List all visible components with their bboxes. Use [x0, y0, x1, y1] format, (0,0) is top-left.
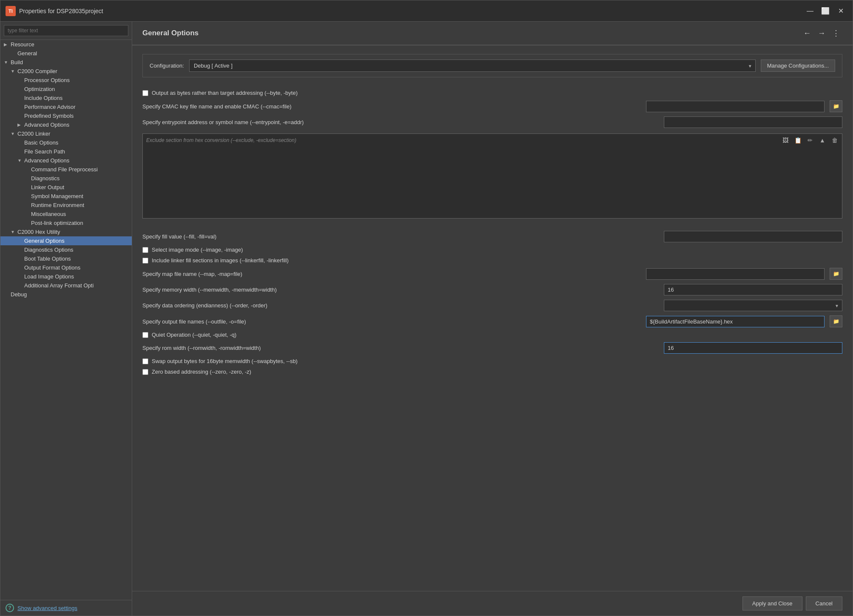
- sidebar-item-label-general-options: General Options: [24, 238, 65, 244]
- minimize-button[interactable]: —: [803, 6, 817, 16]
- tree-arrow-c2000-compiler: [11, 69, 17, 74]
- show-advanced-link[interactable]: Show advanced settings: [17, 605, 77, 611]
- exclude-up-button[interactable]: ▲: [817, 136, 828, 145]
- fill-value-row: Specify fill value (--fill, -fill=val): [142, 229, 842, 244]
- sidebar-item-c2000-linker[interactable]: C2000 Linker: [0, 129, 132, 138]
- sidebar-item-basic-options[interactable]: Basic Options: [0, 138, 132, 147]
- sidebar-item-symbol-management[interactable]: Symbol Management: [0, 192, 132, 201]
- exclude-placeholder: Exclude section from hex conversion (--e…: [146, 137, 296, 143]
- tree-arrow-c2000-linker: [11, 131, 17, 136]
- panel-title: General Options: [142, 29, 198, 37]
- sidebar-item-label-include-options: Include Options: [24, 95, 62, 101]
- output-file-browse-button[interactable]: 📁: [830, 315, 842, 327]
- include-linker-checkbox[interactable]: [142, 258, 148, 264]
- zero-based-checkbox[interactable]: [142, 369, 148, 375]
- sidebar-item-label-basic-options: Basic Options: [24, 139, 58, 146]
- sidebar-item-diagnostics[interactable]: Diagnostics: [0, 174, 132, 183]
- swap-bytes-checkbox[interactable]: [142, 358, 148, 364]
- entrypoint-input[interactable]: [664, 116, 842, 128]
- memory-width-row: Specify memory width (--memwidth, -memwi…: [142, 282, 842, 298]
- sidebar-item-load-image-options[interactable]: Load Image Options: [0, 272, 132, 281]
- cmac-input[interactable]: [646, 101, 825, 112]
- sidebar-item-runtime-environment[interactable]: Runtime Environment: [0, 201, 132, 210]
- sidebar-item-predefined-symbols[interactable]: Predefined Symbols: [0, 111, 132, 120]
- tree-arrow-advanced-options-linker: [17, 158, 24, 163]
- config-label: Configuration:: [150, 62, 184, 69]
- data-ordering-label: Specify data ordering (endianness) (--or…: [142, 302, 659, 309]
- sidebar-item-diagnostics-options[interactable]: Diagnostics Options: [0, 245, 132, 254]
- exclude-copy-button[interactable]: 📋: [792, 136, 803, 145]
- rom-width-input[interactable]: [664, 342, 842, 354]
- map-file-row: Specify map file name (--map, -map=file)…: [142, 266, 842, 282]
- config-select-wrap: Debug [ Active ]: [189, 60, 756, 72]
- nav-back-button[interactable]: ←: [801, 28, 813, 39]
- sidebar-item-file-search-path[interactable]: File Search Path: [0, 147, 132, 156]
- sidebar-item-advanced-options-compiler[interactable]: Advanced Options: [0, 120, 132, 129]
- cancel-button[interactable]: Cancel: [806, 596, 842, 610]
- apply-close-button[interactable]: Apply and Close: [742, 596, 802, 610]
- map-file-browse-button[interactable]: 📁: [830, 268, 842, 280]
- nav-fwd-button[interactable]: →: [815, 28, 828, 39]
- sidebar-item-performance-advisor[interactable]: Performance Advisor: [0, 102, 132, 111]
- sidebar-item-resource[interactable]: Resource: [0, 40, 132, 49]
- cmac-row: Specify CMAC key file name and enable CM…: [142, 98, 842, 114]
- exclude-edit-button[interactable]: ✏: [805, 136, 816, 145]
- maximize-button[interactable]: ⬜: [819, 6, 832, 16]
- memory-width-input[interactable]: [664, 284, 842, 295]
- sidebar-item-boot-table-options[interactable]: Boot Table Options: [0, 254, 132, 263]
- config-select[interactable]: Debug [ Active ]: [189, 60, 756, 72]
- sidebar-item-general-options[interactable]: General Options: [0, 236, 132, 245]
- output-as-bytes-checkbox[interactable]: [142, 90, 148, 96]
- sidebar-item-include-options[interactable]: Include Options: [0, 94, 132, 102]
- fill-value-input[interactable]: [664, 231, 842, 242]
- filter-input[interactable]: [4, 25, 128, 36]
- tree-arrow-c2000-hex-utility: [11, 230, 17, 234]
- tree-arrow-resource: [4, 42, 11, 47]
- sidebar-item-label-performance-advisor: Performance Advisor: [24, 104, 76, 110]
- output-file-input[interactable]: [646, 316, 825, 327]
- map-file-label: Specify map file name (--map, -map=file): [142, 271, 641, 277]
- sidebar-item-optimization[interactable]: Optimization: [0, 85, 132, 94]
- help-icon[interactable]: ?: [6, 604, 14, 612]
- include-linker-row: Include linker fill sections in images (…: [142, 255, 842, 266]
- sidebar-item-label-linker-output: Linker Output: [31, 184, 64, 190]
- sidebar-item-label-c2000-hex-utility: C2000 Hex Utility: [17, 229, 60, 235]
- quiet-op-checkbox[interactable]: [142, 332, 148, 338]
- sidebar-item-miscellaneous[interactable]: Miscellaneous: [0, 210, 132, 219]
- sidebar-item-advanced-options-linker[interactable]: Advanced Options: [0, 156, 132, 165]
- sidebar-item-c2000-hex-utility[interactable]: C2000 Hex Utility: [0, 227, 132, 236]
- sidebar-item-label-boot-table-options: Boot Table Options: [24, 255, 71, 262]
- sidebar-item-build[interactable]: Build: [0, 58, 132, 67]
- app-icon-label: TI: [9, 9, 13, 14]
- sidebar-item-post-link-optimization[interactable]: Post-link optimization: [0, 219, 132, 227]
- swap-bytes-label: Swap output bytes for 16byte memwidth (-…: [152, 358, 298, 364]
- sidebar-item-additional-array-format[interactable]: Additional Array Format Opti: [0, 281, 132, 290]
- exclude-section-container: Exclude section from hex conversion (--e…: [142, 130, 842, 229]
- sidebar-item-label-additional-array-format: Additional Array Format Opti: [24, 282, 94, 289]
- exclude-add-button[interactable]: 🖼: [780, 136, 791, 145]
- sidebar-item-label-predefined-symbols: Predefined Symbols: [24, 113, 74, 119]
- cmac-browse-button[interactable]: 📁: [830, 100, 842, 112]
- data-ordering-select[interactable]: big endian little endian: [664, 300, 842, 311]
- sidebar-item-label-debug: Debug: [11, 291, 27, 298]
- sidebar-item-label-file-search-path: File Search Path: [24, 148, 65, 155]
- sidebar-item-linker-output[interactable]: Linker Output: [0, 183, 132, 192]
- nav-more-button[interactable]: ⋮: [830, 28, 842, 39]
- sidebar-item-processor-options[interactable]: Processor Options: [0, 76, 132, 85]
- rom-width-row: Specify rom width (--romwidth, -romwidth…: [142, 340, 842, 356]
- manage-configurations-button[interactable]: Manage Configurations...: [761, 60, 835, 72]
- exclude-delete-button[interactable]: 🗑: [829, 136, 840, 145]
- select-image-checkbox[interactable]: [142, 247, 148, 253]
- zero-based-label: Zero based addressing (--zero, -zero, -z…: [152, 369, 251, 375]
- window-title: Properties for DSP28035project: [19, 8, 800, 14]
- map-file-input[interactable]: [646, 268, 825, 280]
- sidebar-item-c2000-compiler[interactable]: C2000 Compiler: [0, 67, 132, 76]
- sidebar-item-debug[interactable]: Debug: [0, 290, 132, 299]
- sidebar-item-label-processor-options: Processor Options: [24, 77, 70, 83]
- sidebar-item-command-file-preprocess[interactable]: Command File Preprocessi: [0, 165, 132, 174]
- close-button[interactable]: ✕: [834, 6, 847, 16]
- sidebar-item-label-load-image-options: Load Image Options: [24, 273, 74, 280]
- sidebar-item-general[interactable]: General: [0, 49, 132, 58]
- data-ordering-select-wrap: big endian little endian: [664, 300, 842, 311]
- sidebar-item-output-format-options[interactable]: Output Format Options: [0, 263, 132, 272]
